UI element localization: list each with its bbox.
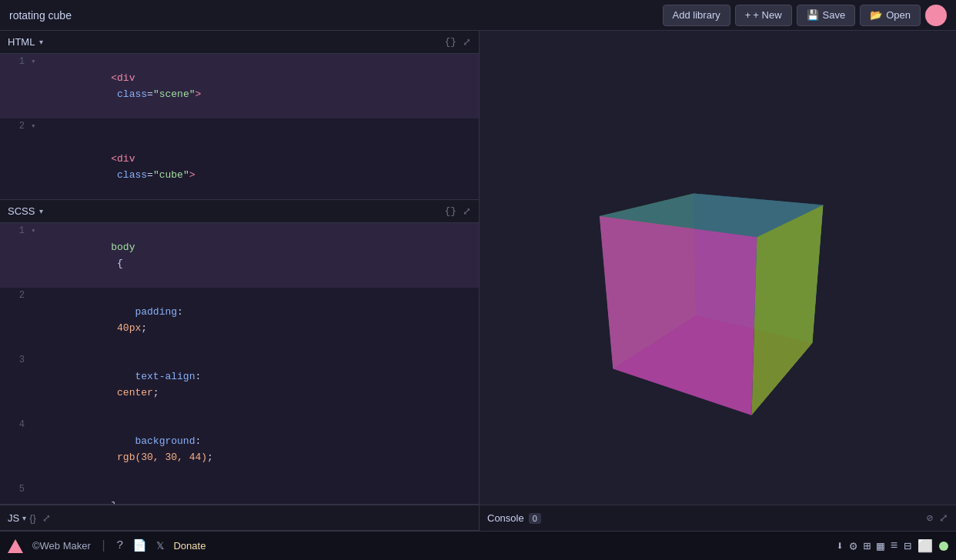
top-bar: rotating cube Add library + + New 💾 Save… — [0, 0, 956, 31]
save-icon: 💾 — [807, 9, 819, 21]
add-library-button[interactable]: Add library — [663, 5, 730, 26]
html-format-icon[interactable]: {} — [444, 36, 456, 48]
user-avatar-button[interactable] — [925, 5, 947, 26]
download-icon[interactable]: ⬇ — [836, 538, 844, 554]
html-line-1: 1 ▾ <div class="scene"> — [0, 54, 479, 118]
left-panel: HTML ▾ {} ⤢ 1 ▾ <div class="scene"> — [0, 31, 480, 531]
html-code-area[interactable]: 1 ▾ <div class="scene"> 2 ▾ <div class="… — [0, 54, 479, 199]
layout-columns-icon[interactable]: ≡ — [891, 539, 898, 553]
html-label: HTML — [8, 36, 35, 48]
html-chevron-icon[interactable]: ▾ — [39, 38, 43, 46]
html-panel: HTML ▾ {} ⤢ 1 ▾ <div class="scene"> — [0, 31, 479, 200]
top-bar-actions: Add library + + New 💾 Save 📂 Open — [663, 5, 947, 26]
cube-scene — [641, 210, 795, 364]
app-title: rotating cube — [9, 9, 72, 22]
status-dot — [939, 542, 948, 551]
scss-expand-icon[interactable]: ⤢ — [463, 205, 471, 218]
open-label: Open — [886, 9, 911, 21]
new-label: + New — [753, 9, 781, 21]
right-panel: Console 0 ⊘ ⤢ — [480, 31, 956, 531]
console-bar: Console 0 ⊘ ⤢ — [480, 505, 956, 531]
js-panel-bar: JS ▾ {} ⤢ — [0, 505, 479, 531]
layout-single-icon[interactable]: ⬜ — [918, 538, 933, 554]
open-button[interactable]: 📂 Open — [860, 5, 921, 26]
scss-line-1: 1 ▾ body { — [0, 223, 479, 288]
help-icon[interactable]: ? — [116, 539, 123, 552]
save-label: Save — [823, 9, 846, 21]
scss-line-2: 2 padding: 40px; — [0, 288, 479, 352]
console-icons: ⊘ ⤢ — [927, 512, 948, 525]
scss-panel-header: SCSS ▾ {} ⤢ — [0, 200, 479, 223]
save-button[interactable]: 💾 Save — [797, 5, 856, 26]
scss-line-4: 4 background: rgb(30, 30, 44); — [0, 417, 479, 482]
console-count: 0 — [529, 513, 541, 524]
console-label: Console — [487, 512, 524, 524]
js-chevron-icon[interactable]: ▾ — [22, 514, 26, 522]
scss-panel: SCSS ▾ {} ⤢ 1 ▾ body { — [0, 200, 479, 505]
html-expand-icon[interactable]: ⤢ — [463, 36, 471, 48]
twitter-icon[interactable]: 𝕏 — [156, 540, 164, 552]
scss-line-5: 5 } — [0, 482, 479, 504]
scss-panel-title-group: SCSS ▾ — [8, 205, 43, 217]
js-label: JS — [8, 512, 19, 524]
content-row: HTML ▾ {} ⤢ 1 ▾ <div class="scene"> — [0, 31, 956, 531]
expand-icon[interactable]: ⤢ — [939, 512, 948, 525]
preview-area — [480, 31, 956, 505]
cube-face-front — [599, 216, 756, 415]
js-format-icon[interactable]: {} — [29, 512, 36, 524]
new-button[interactable]: + + New — [735, 5, 792, 26]
cube-face-right — [751, 205, 823, 415]
scss-panel-icons: {} ⤢ — [444, 205, 471, 218]
open-icon: 📂 — [870, 9, 882, 21]
scss-label: SCSS — [8, 205, 35, 217]
layout-grid9-icon[interactable]: ▦ — [877, 538, 884, 554]
html-panel-title-group: HTML ▾ — [8, 36, 43, 48]
settings-icon[interactable]: ⚙ — [850, 538, 857, 554]
footer-brand: ©Web Maker — [32, 540, 91, 552]
circle-slash-icon[interactable]: ⊘ — [927, 512, 933, 525]
layout-rows-icon[interactable]: ⊟ — [904, 538, 911, 554]
logo-triangle-icon — [8, 539, 23, 553]
scss-code-area[interactable]: 1 ▾ body { 2 padding: 40px; — [0, 223, 479, 504]
footer-right-icons: ⬇ ⚙ ⊞ ▦ ≡ ⊟ ⬜ — [836, 538, 948, 554]
scss-line-3: 3 text-align: center; — [0, 352, 479, 417]
html-panel-header: HTML ▾ {} ⤢ — [0, 31, 479, 54]
html-panel-icons: {} ⤢ — [444, 36, 471, 48]
layout-grid4-icon[interactable]: ⊞ — [863, 538, 871, 554]
html-line-2: 2 ▾ <div class="cube"> — [0, 118, 479, 199]
js-expand-icon[interactable]: ⤢ — [42, 512, 51, 524]
scss-chevron-icon[interactable]: ▾ — [39, 207, 43, 215]
scss-format-icon[interactable]: {} — [444, 205, 456, 217]
footer-logo — [8, 539, 23, 553]
footer-separator: | — [100, 539, 108, 553]
cube — [653, 203, 795, 374]
footer-bar: ©Web Maker | ? 📄 𝕏 Donate ⬇ ⚙ ⊞ ▦ ≡ ⊟ ⬜ — [0, 531, 956, 560]
donate-button[interactable]: Donate — [173, 540, 206, 552]
docs-icon[interactable]: 📄 — [132, 538, 147, 553]
plus-icon: + — [745, 9, 751, 21]
